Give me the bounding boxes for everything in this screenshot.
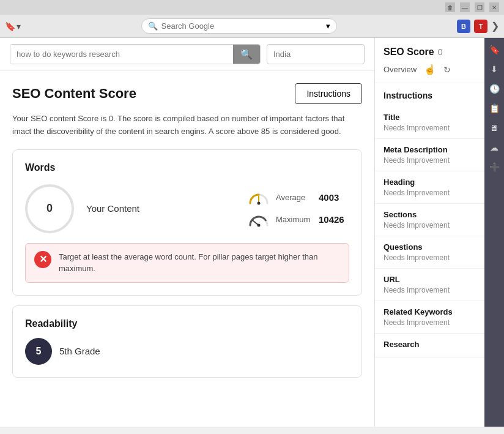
sidebar-item-name: Related Keywords xyxy=(384,307,476,316)
average-stat-row: Average 4003 xyxy=(248,190,349,206)
warning-text: Target at least the average word count. … xyxy=(59,251,340,275)
content-description: Your SEO content Score is 0. The score i… xyxy=(12,113,362,138)
browser-sidebar-cloud-icon[interactable]: ☁ xyxy=(487,141,501,154)
sidebar-item[interactable]: Sections Needs Improvement xyxy=(375,204,484,236)
restore-button[interactable]: ❐ xyxy=(475,2,484,12)
maximum-gauge-icon xyxy=(248,212,270,228)
sidebar-item[interactable]: Questions Needs Improvement xyxy=(375,236,484,269)
dropdown-arrow-icon: ▾ xyxy=(326,21,330,31)
seo-score-title: SEO Score 0 xyxy=(384,47,476,58)
trash-button[interactable]: 🗑 xyxy=(445,2,455,12)
search-icon: 🔍 xyxy=(148,21,158,31)
average-value: 4003 xyxy=(319,192,349,203)
country-input[interactable] xyxy=(267,44,365,64)
svg-point-3 xyxy=(258,223,261,226)
sidebar-item[interactable]: Heading Needs Improvement xyxy=(375,171,484,204)
average-gauge-icon xyxy=(248,190,270,206)
sidebar-item[interactable]: Related Keywords Needs Improvement xyxy=(375,301,484,334)
maximum-label: Maximum xyxy=(276,215,313,224)
maximum-value: 10426 xyxy=(319,214,349,225)
words-score-circle: 0 xyxy=(25,184,74,233)
sidebar-item-status: Needs Improvement xyxy=(384,318,476,327)
search-submit-button[interactable]: 🔍 xyxy=(233,45,260,64)
overview-row: Overview ☝ ↻ xyxy=(375,58,484,83)
grade-circle: 5 xyxy=(25,338,52,365)
search-submit-icon: 🔍 xyxy=(240,49,253,59)
sidebar-item[interactable]: URL Needs Improvement xyxy=(375,269,484,301)
sidebar-item-name: Meta Description xyxy=(384,145,476,154)
page-title: SEO Content Score xyxy=(12,86,136,102)
browser-sidebar-screen-icon[interactable]: 🖥 xyxy=(487,121,501,135)
sidebar-item-status: Needs Improvement xyxy=(384,189,476,197)
sidebar-item-name: Title xyxy=(384,113,476,122)
browser-sidebar-download-icon[interactable]: ⬇ xyxy=(487,62,501,76)
overview-label[interactable]: Overview xyxy=(384,65,417,74)
browser-sidebar-clipboard-icon[interactable]: 📋 xyxy=(487,102,501,115)
browser-sidebar-bookmark-icon[interactable]: 🔖 xyxy=(487,43,501,56)
sidebar-item[interactable]: Meta Description Needs Improvement xyxy=(375,139,484,171)
search-row: 🔍 xyxy=(0,38,374,71)
browser-sidebar-add-icon[interactable]: ➕ xyxy=(487,160,501,174)
content-body: SEO Content Score Instructions Your SEO … xyxy=(0,71,374,400)
keyword-input-wrap: 🔍 xyxy=(10,44,261,64)
instructions-button[interactable]: Instructions xyxy=(295,83,362,104)
average-label: Average xyxy=(276,193,313,202)
sidebar-items-list: Title Needs Improvement Meta Description… xyxy=(375,107,484,357)
sidebar-toggle-icon[interactable]: ❯ xyxy=(491,20,499,32)
sidebar-item[interactable]: Title Needs Improvement xyxy=(375,107,484,139)
seo-panel: SEO Score 0 Overview ☝ ↻ Instructions Ti… xyxy=(374,38,484,427)
svg-point-1 xyxy=(258,201,261,204)
seo-score-header: SEO Score 0 xyxy=(375,38,484,58)
address-bar: 🔖 ▾ 🔍 ▾ B T ❯ xyxy=(0,15,504,37)
bookmark-button[interactable]: 🔖 ▾ xyxy=(5,21,21,31)
words-card-title: Words xyxy=(25,162,349,173)
warning-box: ✕ Target at least the average word count… xyxy=(25,243,349,283)
sidebar-item-name: URL xyxy=(384,275,476,284)
dropdown-icon: ▾ xyxy=(17,21,21,31)
sidebar-item-status: Needs Improvement xyxy=(384,156,476,165)
sidebar-item-status: Needs Improvement xyxy=(384,286,476,294)
warning-icon: ✕ xyxy=(34,251,51,268)
browser-extension-icons: B T ❯ xyxy=(457,20,499,33)
sidebar-item-status: Needs Improvement xyxy=(384,253,476,262)
minimize-button[interactable]: — xyxy=(460,2,470,12)
main-layout: 🔍 SEO Content Score Instructions Your SE… xyxy=(0,38,504,427)
keyword-input[interactable] xyxy=(10,45,233,64)
refresh-button[interactable]: ↻ xyxy=(443,65,451,75)
words-card: Words 0 Your Content xyxy=(12,149,362,296)
address-search-bar[interactable]: 🔍 ▾ xyxy=(141,18,337,34)
your-content-label: Your Content xyxy=(86,203,235,214)
grade-label: 5th Grade xyxy=(59,346,100,356)
readability-title: Readability xyxy=(25,318,349,329)
bookmark-icon: 🔖 xyxy=(5,21,15,31)
other-extension-icon[interactable]: T xyxy=(474,20,487,33)
sidebar-item-name: Heading xyxy=(384,178,476,187)
stats-column: Average 4003 xyxy=(248,190,349,228)
title-bar: 🗑 — ❐ ✕ xyxy=(0,0,504,15)
sidebar-item-name: Questions xyxy=(384,242,476,252)
overview-hand-button[interactable]: ☝ xyxy=(421,62,439,77)
browser-sidebar-history-icon[interactable]: 🕒 xyxy=(487,82,501,95)
readability-row: 5 5th Grade xyxy=(25,338,349,365)
sidebar-item-status: Needs Improvement xyxy=(384,221,476,230)
maximum-stat-row: Maximum 10426 xyxy=(248,212,349,228)
address-input[interactable] xyxy=(161,21,322,31)
seo-score-label: SEO Score xyxy=(384,47,434,58)
content-area: 🔍 SEO Content Score Instructions Your SE… xyxy=(0,38,374,427)
sidebar-item[interactable]: Research xyxy=(375,334,484,357)
content-header: SEO Content Score Instructions xyxy=(12,83,362,104)
seo-score-badge: 0 xyxy=(438,47,443,57)
bitwarden-extension-icon[interactable]: B xyxy=(457,20,470,33)
instructions-section-label: Instructions xyxy=(375,83,484,107)
readability-card: Readability 5 5th Grade xyxy=(12,305,362,378)
words-content: 0 Your Content xyxy=(25,184,349,233)
close-button[interactable]: ✕ xyxy=(489,2,499,12)
browser-sidebar: 🔖 ⬇ 🕒 📋 🖥 ☁ ➕ xyxy=(484,38,504,427)
sidebar-item-name: Sections xyxy=(384,210,476,219)
sidebar-item-status: Needs Improvement xyxy=(384,124,476,132)
sidebar-item-name: Research xyxy=(384,340,476,349)
